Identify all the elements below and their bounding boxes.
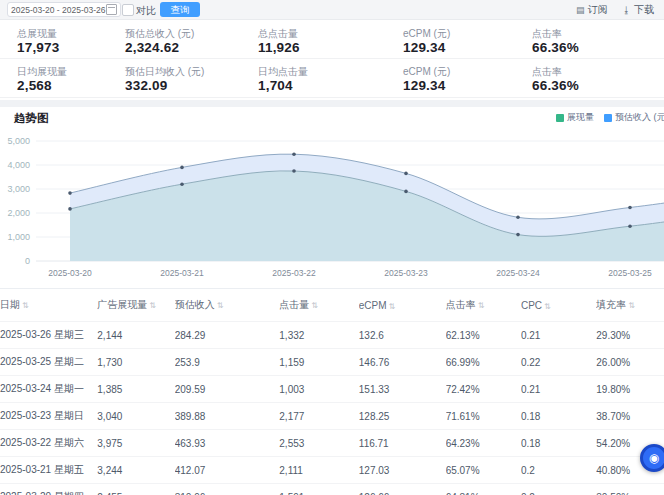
table-cell: 30.50% <box>596 484 664 495</box>
table-header-cell-填充率[interactable]: 填充率⇅ <box>596 289 664 322</box>
table-row: 2025-03-24 星期一1,385209.591,003151.3372.4… <box>0 376 664 403</box>
column-label: 预估收入 <box>175 299 215 310</box>
table-cell: 1,159 <box>279 349 359 376</box>
table-cell: 19.80% <box>596 376 664 403</box>
table-header-cell-预估收入[interactable]: 预估收入⇅ <box>175 289 280 322</box>
table-cell: 2,111 <box>279 457 359 484</box>
table-cell: 116.71 <box>359 430 446 457</box>
data-table: 日期⇅广告展现量⇅预估收入⇅点击量⇅eCPM⇅点击率⇅CPC⇅填充率⇅ 2025… <box>0 289 664 495</box>
table-cell: 127.03 <box>359 457 446 484</box>
legend-label: 展现量 <box>567 111 594 124</box>
stat-label: 点击率 <box>532 65 562 79</box>
y-axis-tick: 2,000 <box>7 208 30 218</box>
table-cell: 412.07 <box>175 457 280 484</box>
stat-value: 332.09 <box>125 78 168 93</box>
download-icon: ⭳ <box>622 5 631 15</box>
table-cell: 463.93 <box>175 430 280 457</box>
x-axis-tick: 2025-03-24 <box>496 268 540 278</box>
stat-label: 总展现量 <box>17 27 57 41</box>
legend-item-展现量[interactable]: 展现量 <box>556 111 594 124</box>
floating-help-button[interactable]: ◉ <box>640 444 664 472</box>
column-label: eCPM <box>359 300 387 311</box>
x-axis-tick: 2025-03-20 <box>48 268 92 278</box>
table-cell: 0.21 <box>521 376 596 403</box>
divider <box>0 97 664 98</box>
subscribe-label: 订阅 <box>588 3 608 17</box>
table-header-cell-点击率[interactable]: 点击率⇅ <box>446 289 521 322</box>
table-cell: 2025-03-21 星期五 <box>0 457 97 484</box>
data-table-section: 日期⇅广告展现量⇅预估收入⇅点击量⇅eCPM⇅点击率⇅CPC⇅填充率⇅ 2025… <box>0 288 664 495</box>
table-cell: 3,244 <box>97 457 174 484</box>
stat-label: 预估日均收入 (元) <box>125 65 204 79</box>
sort-icon[interactable]: ⇅ <box>217 301 224 310</box>
trend-chart-title: 趋势图 <box>14 111 49 126</box>
table-cell: 38.70% <box>596 403 664 430</box>
x-axis-tick: 2025-03-25 <box>608 268 652 278</box>
download-label: 下载 <box>634 3 654 17</box>
column-label: 广告展现量 <box>97 299 147 310</box>
table-cell: 284.29 <box>175 322 280 349</box>
query-button[interactable]: 查询 <box>160 2 200 17</box>
sort-icon[interactable]: ⇅ <box>311 301 318 310</box>
table-cell: 72.42% <box>446 376 521 403</box>
table-cell: 2025-03-22 星期六 <box>0 430 97 457</box>
table-cell: 132.6 <box>359 322 446 349</box>
y-axis-tick: 3,000 <box>7 184 30 194</box>
chart-legend: 展现量预估收入 (元)点击量 <box>556 111 664 124</box>
table-row: 2025-03-22 星期六3,975463.932,553116.7164.2… <box>0 430 664 457</box>
sort-icon[interactable]: ⇅ <box>628 301 635 310</box>
table-row: 2025-03-25 星期二1,730253.91,159146.7666.99… <box>0 349 664 376</box>
compare-label: 对比 <box>136 4 156 18</box>
table-cell: 0.22 <box>521 349 596 376</box>
table-cell: 128.25 <box>359 403 446 430</box>
column-label: 填充率 <box>596 299 626 310</box>
table-header-cell-CPC[interactable]: CPC⇅ <box>521 289 596 322</box>
stat-label: 日均点击量 <box>258 65 308 79</box>
sort-icon[interactable]: ⇅ <box>22 301 29 310</box>
column-label: 点击量 <box>279 299 309 310</box>
sort-icon[interactable]: ⇅ <box>149 301 156 310</box>
table-row: 2025-03-21 星期五3,244412.072,111127.0365.0… <box>0 457 664 484</box>
table-header-cell-eCPM[interactable]: eCPM⇅ <box>359 289 446 322</box>
sort-icon[interactable]: ⇅ <box>389 302 396 311</box>
x-axis-tick: 2025-03-21 <box>160 268 204 278</box>
table-cell: 1,332 <box>279 322 359 349</box>
y-axis-tick: 1,000 <box>7 232 30 242</box>
table-cell: 2,553 <box>279 430 359 457</box>
sort-icon[interactable]: ⇅ <box>478 301 485 310</box>
stat-value: 66.36% <box>532 78 579 93</box>
column-label: 日期 <box>0 299 20 310</box>
stat-label: 点击率 <box>532 27 562 41</box>
stat-label: 总点击量 <box>258 27 298 41</box>
table-row: 2025-03-26 星期三2,144284.291,332132.662.13… <box>0 322 664 349</box>
stat-value: 1,704 <box>258 78 293 93</box>
legend-item-预估收入 (元)[interactable]: 预估收入 (元) <box>604 111 664 124</box>
date-range-input[interactable]: 2025-03-20 - 2025-03-26 <box>7 2 121 17</box>
table-cell: 2,177 <box>279 403 359 430</box>
table-header-cell-广告展现量[interactable]: 广告展现量⇅ <box>97 289 174 322</box>
table-header-cell-点击量[interactable]: 点击量⇅ <box>279 289 359 322</box>
date-range-value: 2025-03-20 - 2025-03-26 <box>11 5 106 15</box>
sort-icon[interactable]: ⇅ <box>544 302 551 311</box>
table-row: 2025-03-20 星期四2,455310.961,591126.6664.8… <box>0 484 664 495</box>
download-button[interactable]: ⭳ 下载 <box>622 3 654 17</box>
section-divider <box>0 100 664 107</box>
table-cell: 66.99% <box>446 349 521 376</box>
table-cell: 209.59 <box>175 376 280 403</box>
subscribe-button[interactable]: ▤ 订阅 <box>576 3 608 17</box>
table-header-cell-日期[interactable]: 日期⇅ <box>0 289 97 322</box>
table-cell: 2025-03-25 星期二 <box>0 349 97 376</box>
stat-value: 66.36% <box>532 40 579 55</box>
table-cell: 2025-03-26 星期三 <box>0 322 97 349</box>
table-cell: 0.18 <box>521 430 596 457</box>
table-cell: 29.30% <box>596 322 664 349</box>
stat-value: 11,926 <box>258 40 300 55</box>
table-cell: 0.21 <box>521 322 596 349</box>
table-cell: 65.07% <box>446 457 521 484</box>
stat-label: eCPM (元) <box>403 65 450 79</box>
legend-swatch <box>556 114 564 122</box>
compare-checkbox[interactable] <box>122 4 134 16</box>
calendar-icon <box>106 4 117 15</box>
stat-value: 2,568 <box>17 78 52 93</box>
trend-chart[interactable]: 01,0002,0003,0004,0005,0002025-03-202025… <box>0 132 664 284</box>
